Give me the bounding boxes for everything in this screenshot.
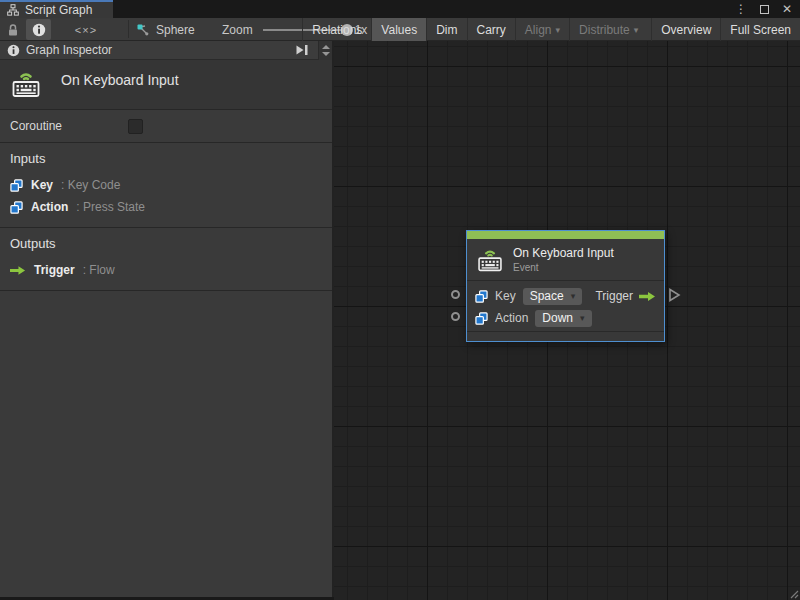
window-menu-icon[interactable]: ⋮ — [735, 0, 747, 18]
dropdown-caret-icon: ▾ — [556, 26, 561, 35]
window-close-icon[interactable]: ✕ — [782, 0, 792, 18]
keyboard-event-icon — [10, 67, 42, 99]
inputs-heading: Inputs — [0, 151, 332, 174]
flow-arrow-icon — [639, 291, 656, 302]
lock-icon — [7, 23, 19, 37]
node-header[interactable]: On Keyboard Input Event — [467, 239, 664, 281]
value-port-icon — [475, 290, 488, 303]
distribute-button[interactable]: Distribute ▾ — [569, 18, 647, 41]
output-row-trigger: Trigger : Flow — [0, 259, 332, 281]
node-on-keyboard-input[interactable]: On Keyboard Input Event Key Space ▾ Trig… — [466, 230, 665, 342]
tab-label: Script Graph — [25, 3, 92, 17]
info-icon — [7, 44, 20, 57]
node-trigger-label: Trigger — [595, 289, 633, 303]
node-key-label: Key — [495, 289, 516, 303]
port-name: Action — [31, 200, 68, 214]
node-subtitle: Event — [513, 262, 614, 273]
script-graph-asset-icon — [136, 23, 150, 37]
script-graph-tab-icon — [7, 4, 19, 16]
coroutine-row: Coroutine — [0, 110, 332, 143]
input-row-action: Action : Press State — [0, 196, 332, 218]
align-button[interactable]: Align ▾ — [515, 18, 569, 41]
node-action-label: Action — [495, 311, 528, 325]
inspector-title: Graph Inspector — [26, 43, 286, 57]
coroutine-checkbox[interactable] — [128, 119, 143, 134]
values-button[interactable]: Values — [371, 18, 426, 41]
port-name: Key — [31, 178, 53, 192]
port-type: : Flow — [83, 263, 115, 277]
port-type: : Press State — [76, 200, 145, 214]
carry-button[interactable]: Carry — [467, 18, 515, 41]
value-port-icon — [10, 201, 23, 214]
window-titlebar: Script Graph ⋮ ✕ — [0, 0, 800, 18]
tab-script-graph[interactable]: Script Graph — [0, 0, 113, 18]
trigger-output-port[interactable] — [668, 288, 681, 302]
node-accent-bar — [467, 231, 664, 239]
dim-button[interactable]: Dim — [426, 18, 466, 41]
window-maximize-icon[interactable] — [760, 5, 769, 14]
outputs-section: Outputs Trigger : Flow — [0, 228, 332, 291]
key-dropdown[interactable]: Space ▾ — [523, 288, 583, 305]
port-type: : Key Code — [61, 178, 120, 192]
inspector-toggle-button[interactable] — [26, 19, 51, 40]
relations-button[interactable]: Relations — [302, 18, 371, 41]
dropdown-caret-icon: ▾ — [571, 292, 576, 301]
flow-arrow-icon — [10, 265, 26, 276]
outputs-heading: Outputs — [0, 236, 332, 259]
spinner-down-icon[interactable] — [322, 52, 330, 56]
key-input-port[interactable] — [451, 290, 460, 299]
toolbar-separator — [128, 20, 129, 38]
dropdown-caret-icon: ▾ — [634, 26, 639, 35]
overview-button[interactable]: Overview — [651, 18, 720, 41]
inspector-unit-title: On Keyboard Input — [61, 72, 179, 88]
value-port-icon — [475, 312, 488, 325]
resize-grip-icon[interactable] — [790, 590, 799, 599]
dropdown-caret-icon: ▾ — [580, 314, 585, 323]
inputs-section: Inputs Key : Key Code Action : Press Sta… — [0, 143, 332, 228]
graph-inspector-panel: Graph Inspector On Keybo — [0, 41, 334, 597]
port-name: Trigger — [34, 263, 75, 277]
node-row-action: Action Down ▾ — [475, 307, 656, 329]
graph-asset-reference[interactable]: Sphere — [136, 18, 195, 41]
code-icon: <×> — [75, 24, 97, 36]
panel-spinner[interactable] — [318, 41, 332, 60]
action-input-port[interactable] — [451, 312, 460, 321]
coroutine-label: Coroutine — [10, 119, 62, 133]
graph-toolbar: <×> Sphere Zoom 1x Relations Values Dim … — [0, 18, 800, 41]
node-footer — [467, 331, 664, 341]
node-title: On Keyboard Input — [513, 246, 614, 260]
inspector-unit-block: On Keyboard Input — [0, 60, 332, 110]
action-dropdown[interactable]: Down ▾ — [535, 310, 591, 327]
spinner-up-icon[interactable] — [322, 45, 330, 49]
lock-button[interactable] — [4, 21, 22, 38]
graph-asset-name: Sphere — [156, 23, 195, 37]
action-dropdown-value: Down — [542, 311, 573, 325]
value-port-icon — [10, 179, 23, 192]
dock-panel-button[interactable] — [292, 41, 312, 60]
key-dropdown-value: Space — [530, 289, 564, 303]
inspector-header: Graph Inspector — [0, 41, 332, 60]
zoom-label: Zoom — [222, 23, 253, 37]
keyboard-event-icon — [476, 245, 504, 273]
node-row-key: Key Space ▾ Trigger — [475, 285, 656, 307]
code-preview-button[interactable]: <×> — [68, 19, 104, 40]
input-row-key: Key : Key Code — [0, 174, 332, 196]
info-icon — [32, 23, 46, 37]
full-screen-button[interactable]: Full Screen — [720, 18, 800, 41]
